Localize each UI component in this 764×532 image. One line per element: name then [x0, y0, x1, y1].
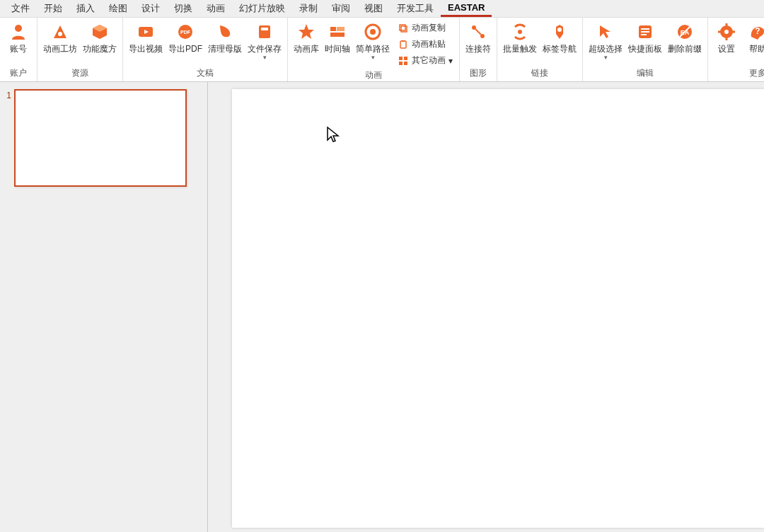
clean-master-button[interactable]: 清理母版 — [205, 19, 245, 54]
svg-rect-27 — [641, 31, 649, 33]
menu-animations[interactable]: 动画 — [199, 0, 232, 17]
svg-point-33 — [724, 30, 729, 34]
account-label: 账号 — [10, 44, 27, 54]
settings-button[interactable]: 设置 — [711, 19, 742, 54]
anim-paste-button[interactable]: 动画粘贴 — [395, 37, 455, 52]
menu-insert[interactable]: 插入 — [69, 0, 102, 17]
svg-point-23 — [518, 30, 522, 34]
svg-line-22 — [475, 29, 481, 35]
anim-copy-button[interactable]: 动画复制 — [395, 21, 455, 35]
svg-rect-18 — [399, 62, 403, 65]
quick-panel-button[interactable]: 快捷面板 — [625, 19, 665, 54]
group-animation: 动画库 时间轴 简单路径 ▾ 动画复制 — [288, 18, 460, 81]
group-edit-label: 编辑 — [586, 66, 705, 81]
animation-lib-button[interactable]: 动画库 — [291, 19, 322, 54]
feature-cube-label: 功能魔方 — [83, 44, 117, 54]
delete-prefix-button[interactable]: EA 删除前缀 — [665, 19, 705, 54]
simple-path-label: 简单路径 — [356, 44, 390, 54]
slide-panel[interactable]: 1 — [0, 82, 208, 532]
canvas-area — [208, 82, 764, 532]
svg-point-0 — [15, 25, 22, 32]
settings-icon — [717, 22, 736, 42]
animation-workshop-button[interactable]: 动画工坊 — [40, 19, 80, 54]
group-link-label: 链接 — [500, 66, 579, 81]
menu-view[interactable]: 视图 — [357, 0, 390, 17]
svg-point-1 — [58, 32, 62, 36]
help-label: 帮助 — [749, 44, 764, 54]
svg-rect-8 — [337, 27, 345, 31]
file-save-label: 文件保存 — [248, 44, 282, 54]
connector-button[interactable]: 连接符 — [463, 19, 494, 54]
simple-path-button[interactable]: 简单路径 ▾ — [353, 19, 393, 61]
animation-lib-label: 动画库 — [294, 44, 319, 54]
settings-label: 设置 — [718, 44, 735, 54]
menu-file[interactable]: 文件 — [4, 0, 37, 17]
clean-master-label: 清理母版 — [208, 44, 242, 54]
batch-trigger-label: 批量触发 — [503, 44, 537, 54]
file-save-button[interactable]: 文件保存 ▾ — [245, 19, 284, 61]
simple-path-icon — [363, 22, 383, 42]
other-anim-label: 其它动画 — [412, 54, 446, 66]
animation-workshop-label: 动画工坊 — [43, 44, 77, 54]
group-resources-label: 资源 — [40, 66, 120, 81]
slide-thumbnail-row: 1 — [0, 89, 207, 187]
delete-prefix-label: 删除前缀 — [668, 44, 702, 54]
slide-thumbnail[interactable] — [14, 89, 187, 187]
tag-nav-button[interactable]: 标签导航 — [540, 19, 579, 54]
file-save-icon — [255, 22, 274, 42]
menu-home[interactable]: 开始 — [37, 0, 69, 17]
menu-review[interactable]: 审阅 — [325, 0, 357, 17]
menu-design[interactable]: 设计 — [134, 0, 167, 17]
chevron-down-icon: ▾ — [263, 54, 267, 61]
super-select-button[interactable]: 超级选择 ▾ — [586, 19, 625, 61]
svg-rect-28 — [641, 34, 647, 35]
help-button[interactable]: ? 帮助 — [742, 19, 764, 54]
other-anim-button[interactable]: 其它动画 ▾ — [395, 53, 455, 68]
menu-eastar[interactable]: EASTAR — [441, 0, 492, 17]
tag-nav-icon — [550, 22, 569, 42]
svg-rect-19 — [404, 62, 407, 65]
chevron-down-icon: ▾ — [448, 56, 453, 66]
menu-developer[interactable]: 开发工具 — [390, 0, 441, 17]
batch-trigger-button[interactable]: 批量触发 — [500, 19, 540, 54]
tag-nav-label: 标签导航 — [543, 44, 577, 54]
delete-prefix-icon: EA — [675, 22, 695, 42]
group-shape-label: 图形 — [463, 66, 494, 81]
svg-rect-5 — [259, 25, 270, 38]
export-pdf-button[interactable]: PDF 导出PDF — [166, 19, 205, 54]
timeline-label: 时间轴 — [325, 44, 350, 54]
svg-point-11 — [370, 29, 376, 35]
group-resources: 动画工坊 功能魔方 资源 — [37, 18, 123, 81]
help-icon: ? — [748, 22, 764, 42]
feature-cube-button[interactable]: 功能魔方 — [80, 19, 120, 54]
group-document: 导出视频 PDF 导出PDF 清理母版 文件保存 ▾ — [123, 18, 288, 81]
export-video-button[interactable]: 导出视频 — [126, 19, 166, 54]
group-edit: 超级选择 ▾ 快捷面板 EA 删除前缀 编辑 — [583, 18, 708, 81]
connector-icon — [468, 22, 488, 42]
menu-draw[interactable]: 绘图 — [102, 0, 134, 17]
animation-workshop-icon — [50, 22, 70, 42]
menu-slideshow[interactable]: 幻灯片放映 — [232, 0, 292, 17]
account-button[interactable]: 账号 — [3, 19, 34, 54]
export-video-label: 导出视频 — [129, 44, 163, 54]
svg-rect-7 — [330, 27, 336, 31]
menu-transitions[interactable]: 切换 — [167, 0, 199, 17]
workspace: 1 — [0, 82, 764, 532]
slide-canvas[interactable] — [232, 89, 764, 528]
clean-master-icon — [215, 22, 235, 42]
svg-rect-16 — [399, 57, 403, 60]
svg-rect-17 — [404, 57, 407, 60]
group-more: 设置 ? 帮助 关于 更多 — [708, 18, 764, 81]
group-animation-label: 动画 — [291, 68, 456, 83]
menu-record[interactable]: 录制 — [292, 0, 325, 17]
group-account-label: 账户 — [3, 66, 34, 81]
anim-paste-label: 动画粘贴 — [412, 38, 446, 50]
other-anim-icon — [398, 55, 409, 66]
anim-copy-label: 动画复制 — [412, 22, 446, 34]
timeline-button[interactable]: 时间轴 — [322, 19, 353, 54]
feature-cube-icon — [90, 22, 110, 42]
anim-copy-icon — [398, 23, 409, 34]
timeline-icon — [328, 22, 347, 42]
connector-label: 连接符 — [465, 44, 491, 54]
svg-rect-14 — [400, 41, 406, 48]
